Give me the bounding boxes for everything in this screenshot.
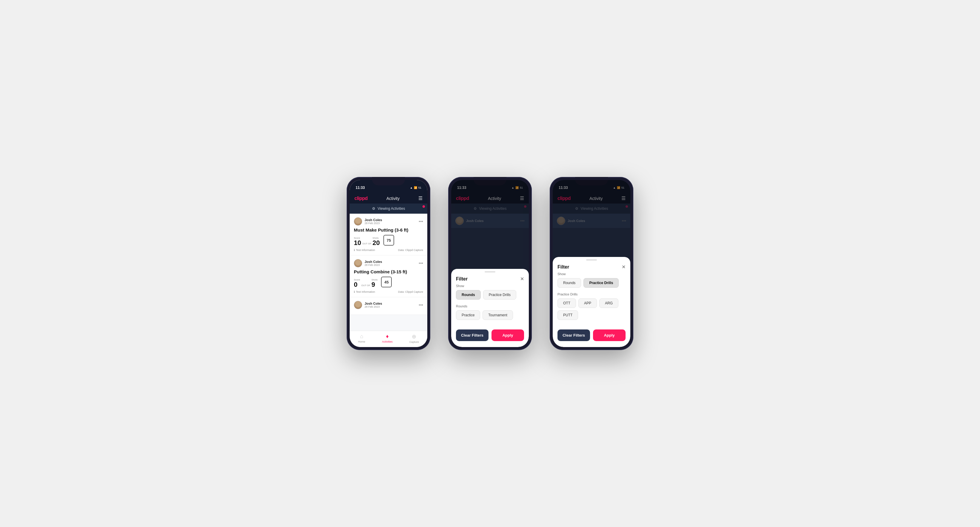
user-name-2: Josh Coles: [364, 260, 382, 264]
close-btn-2[interactable]: ✕: [520, 276, 524, 282]
phone-2: 11:33 ▲ 📶 51 clippd Activity ☰ ⚙ Viewing…: [448, 177, 532, 350]
practice-drills-btn-3[interactable]: Practice Drills: [584, 278, 619, 288]
putt-btn-3[interactable]: PUTT: [557, 310, 578, 320]
home-icon: ⌂: [360, 333, 363, 340]
shots-value-1: 20: [373, 240, 380, 246]
activity-card-1: Josh Coles 28 Feb 2023 ••• Must Make Put…: [350, 214, 427, 256]
notch: [372, 177, 405, 185]
practice-drills-btn-2[interactable]: Practice Drills: [483, 290, 516, 300]
phone-3: 11:33 ▲ 📶 51 clippd Activity ☰ ⚙ Viewing…: [550, 177, 633, 350]
apply-btn-2[interactable]: Apply: [492, 329, 524, 341]
avatar-img-3: [354, 301, 362, 309]
viewing-banner-1[interactable]: ⚙ Viewing Activities: [350, 203, 427, 214]
menu-icon-1[interactable]: ☰: [418, 195, 423, 201]
user-details-3: Josh Coles 28 Feb 2023: [364, 302, 382, 308]
close-btn-3[interactable]: ✕: [622, 264, 625, 270]
header-title-1: Activity: [387, 196, 399, 201]
filter-overlay-2: Filter ✕ Show Rounds Practice Drills Rou…: [451, 180, 529, 347]
data-source-2: Data: Clippd Capture: [398, 290, 423, 293]
card-title-1: Must Make Putting (3-6 ft): [354, 227, 423, 232]
score-group-2: Score 0: [354, 278, 360, 288]
info-icon-1: ℹ: [354, 249, 355, 252]
shots-group-1: Shots 20: [373, 237, 380, 246]
shots-value-2: 9: [371, 281, 377, 288]
wifi-icon: 📶: [414, 186, 417, 189]
filter-actions-3: Clear Filters Apply: [553, 325, 630, 341]
filter-body-2: Show Rounds Practice Drills Rounds Pract…: [451, 284, 529, 320]
tournament-btn-2[interactable]: Tournament: [482, 310, 513, 320]
user-details-1: Josh Coles 28 Feb 2023: [364, 218, 382, 225]
app-header-1: clippd Activity ☰: [350, 193, 427, 203]
phone-1-inner: 11:33 ▲ 📶 51 clippd Activity ☰ ⚙ Viewing…: [350, 180, 427, 347]
bottom-nav-1: ⌂ Home ♦ Activities ⊕ Capture: [350, 331, 427, 347]
more-dots-1[interactable]: •••: [418, 219, 423, 224]
card-footer-2: ℹ Test Information Data: Clippd Capture: [354, 290, 423, 293]
capture-label: Capture: [409, 340, 419, 343]
card-footer-1: ℹ Test Information Data: Clippd Capture: [354, 249, 423, 252]
activity-card-3: Josh Coles 28 Feb 2023 •••: [350, 297, 427, 315]
practice-round-btn-2[interactable]: Practice: [456, 310, 480, 320]
practice-drills-label-3: Practice Drills: [557, 292, 625, 296]
shot-quality-badge-2: 45: [381, 277, 392, 287]
nav-capture[interactable]: ⊕ Capture: [409, 333, 419, 343]
show-label-3: Show: [557, 272, 625, 276]
logo-1: clippd: [355, 196, 368, 201]
test-info-text-1: Test Information: [356, 249, 375, 252]
phone-1: 11:33 ▲ 📶 51 clippd Activity ☰ ⚙ Viewing…: [347, 177, 430, 350]
user-date-2: 28 Feb 2023: [364, 264, 382, 267]
avatar-img-1: [354, 217, 362, 225]
nav-home[interactable]: ⌂ Home: [358, 333, 365, 343]
card-stats-1: Score 10 OUT OF Shots 20 75: [354, 235, 423, 246]
clear-filters-btn-2[interactable]: Clear Filters: [456, 329, 488, 341]
apply-btn-3[interactable]: Apply: [593, 329, 625, 341]
nav-activities[interactable]: ♦ Activities: [382, 333, 393, 343]
red-dot-1: [423, 205, 425, 208]
shot-quality-badge-1: 75: [383, 235, 394, 246]
app-btn-3[interactable]: APP: [578, 298, 597, 308]
arg-btn-3[interactable]: ARG: [599, 298, 619, 308]
shot-quality-value-2: 45: [384, 280, 388, 284]
activity-card-2: Josh Coles 28 Feb 2023 ••• Putting Combi…: [350, 256, 427, 297]
card-header-3: Josh Coles 28 Feb 2023 •••: [354, 301, 423, 309]
filter-header-2: Filter ✕: [451, 273, 529, 284]
more-dots-3[interactable]: •••: [418, 303, 423, 307]
scene: 11:33 ▲ 📶 51 clippd Activity ☰ ⚙ Viewing…: [329, 159, 651, 368]
rounds-btn-3[interactable]: Rounds: [557, 278, 581, 288]
out-of-1: OUT OF: [362, 242, 371, 245]
user-info-2: Josh Coles 28 Feb 2023: [354, 259, 382, 267]
test-info-1: ℹ Test Information: [354, 249, 375, 252]
avatar-3: [354, 301, 362, 309]
avatar-2: [354, 259, 362, 267]
score-group-1: Score 10: [354, 237, 361, 246]
user-date-3: 28 Feb 2023: [364, 305, 382, 308]
status-time-1: 11:33: [356, 186, 365, 190]
filter-actions-2: Clear Filters Apply: [451, 325, 529, 341]
show-options-3: Rounds Practice Drills: [557, 278, 625, 288]
rounds-btn-2[interactable]: Rounds: [456, 290, 481, 300]
user-info-1: Josh Coles 28 Feb 2023: [354, 217, 382, 225]
viewing-text-1: Viewing Activities: [378, 206, 405, 211]
card-header-1: Josh Coles 28 Feb 2023 •••: [354, 217, 423, 225]
drill-options-3: OTT APP ARG PUTT: [557, 298, 625, 320]
capture-icon: ⊕: [412, 333, 416, 340]
filter-title-3: Filter: [557, 264, 569, 270]
user-name-3: Josh Coles: [364, 302, 382, 305]
phone-3-inner: 11:33 ▲ 📶 51 clippd Activity ☰ ⚙ Viewing…: [553, 180, 630, 347]
test-info-text-2: Test Information: [356, 290, 375, 293]
filter-header-3: Filter ✕: [553, 260, 630, 272]
activities-icon: ♦: [386, 333, 388, 340]
user-name-1: Josh Coles: [364, 218, 382, 222]
rounds-label-2: Rounds: [456, 305, 524, 308]
test-info-2: ℹ Test Information: [354, 290, 375, 293]
more-dots-2[interactable]: •••: [418, 261, 423, 265]
filter-sheet-3: Filter ✕ Show Rounds Practice Drills Pra…: [553, 257, 630, 347]
user-date-1: 28 Feb 2023: [364, 222, 382, 225]
user-details-2: Josh Coles 28 Feb 2023: [364, 260, 382, 267]
ott-btn-3[interactable]: OTT: [557, 298, 576, 308]
avatar-1: [354, 217, 362, 225]
phone-2-inner: 11:33 ▲ 📶 51 clippd Activity ☰ ⚙ Viewing…: [451, 180, 529, 347]
clear-filters-btn-3[interactable]: Clear Filters: [557, 329, 590, 341]
info-icon-2: ℹ: [354, 290, 355, 293]
show-label-2: Show: [456, 284, 524, 288]
show-options-2: Rounds Practice Drills: [456, 290, 524, 300]
